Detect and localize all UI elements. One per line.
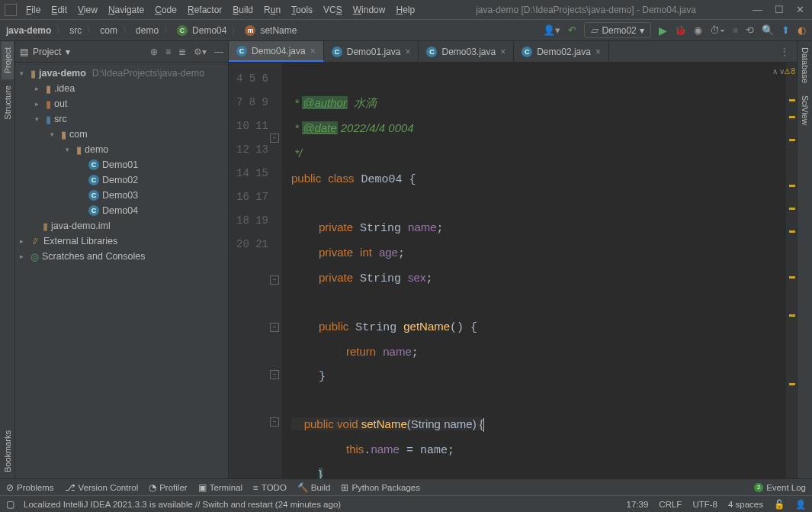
profile-button[interactable]: ⏱▾ — [710, 24, 725, 36]
menu-tools[interactable]: Tools — [287, 3, 317, 17]
tool-event-log[interactable]: 2Event Log — [754, 483, 806, 492]
tool-problems[interactable]: ⊘Problems — [6, 482, 54, 493]
fold-toggle[interactable]: − — [270, 370, 279, 379]
close-icon[interactable]: × — [405, 47, 410, 57]
tool-tab-project[interactable]: Project — [2, 41, 14, 79]
tree-scratches[interactable]: ▸◎ Scratches and Consoles — [15, 249, 228, 264]
prev-highlighted-error-icon[interactable]: ∧ — [772, 67, 778, 76]
tree-demo[interactable]: ▾▮ demo — [15, 142, 228, 157]
tool-terminal[interactable]: ▣Terminal — [198, 482, 242, 493]
expand-all-icon[interactable]: ≡ — [165, 47, 171, 57]
error-stripe[interactable]: ∧∨ ⚠8 — [786, 63, 797, 478]
tree-com[interactable]: ▾▮ com — [15, 127, 228, 142]
warning-marker[interactable] — [789, 116, 795, 118]
menu-code[interactable]: Code — [150, 3, 181, 17]
crumb-com[interactable]: com — [100, 25, 117, 36]
menu-refactor[interactable]: Refactor — [183, 3, 226, 17]
warning-marker[interactable] — [789, 99, 795, 101]
menu-vcs[interactable]: VCS — [319, 3, 347, 17]
stop-button[interactable]: ■ — [733, 25, 738, 36]
run-config-selector[interactable]: ▱ Demo02 ▾ — [584, 22, 650, 38]
warning-marker[interactable] — [789, 230, 795, 233]
tab-demo03[interactable]: C Demo03.java × — [419, 41, 514, 62]
crumb-method[interactable]: setName — [260, 25, 297, 36]
warning-marker[interactable] — [789, 276, 795, 279]
close-icon[interactable]: × — [595, 47, 601, 57]
tab-demo02[interactable]: C Demo02.java × — [514, 41, 609, 62]
status-tool-windows-icon[interactable]: ▢ — [6, 499, 14, 510]
menu-window[interactable]: Window — [348, 3, 390, 17]
ide-features-icon[interactable]: ◐ — [798, 24, 806, 36]
warning-marker[interactable] — [789, 208, 795, 210]
tool-tab-bookmarks[interactable]: Bookmarks — [2, 424, 14, 478]
menu-file[interactable]: File — [21, 3, 45, 17]
warning-marker[interactable] — [789, 383, 795, 385]
run-button[interactable]: ▶ — [659, 24, 667, 37]
tab-demo01[interactable]: C Demo01.java × — [324, 41, 419, 62]
tool-tab-database[interactable]: Database — [799, 41, 811, 89]
select-opened-file-icon[interactable]: ⊕ — [150, 47, 158, 57]
tree-demo03[interactable]: C Demo03 — [15, 188, 228, 203]
fold-toggle[interactable]: − — [270, 417, 279, 427]
tab-actions-icon[interactable]: ⋮ — [772, 41, 797, 62]
close-icon[interactable]: × — [310, 46, 316, 56]
tool-tab-structure[interactable]: Structure — [2, 79, 14, 126]
collapse-all-icon[interactable]: ≣ — [178, 47, 186, 57]
status-widget-icon[interactable]: 👤 — [795, 499, 806, 510]
gear-icon[interactable]: ⚙▾ — [194, 47, 207, 57]
fold-toggle[interactable]: − — [270, 275, 279, 285]
project-tree[interactable]: ▾▮ java-demo D:\IdeaProjects\java-demo ▸… — [15, 63, 228, 478]
tool-version-control[interactable]: ⎇Version Control — [65, 482, 139, 493]
tree-src[interactable]: ▾▮ src — [15, 111, 228, 127]
fold-toggle[interactable]: − — [270, 323, 279, 332]
hide-tool-window-icon[interactable]: — — [214, 47, 223, 57]
status-message[interactable]: Localized IntelliJ IDEA 2021.3.3 is avai… — [24, 500, 341, 509]
tree-iml[interactable]: ▮ java-demo.iml — [15, 218, 228, 233]
menu-run[interactable]: Run — [259, 3, 285, 17]
chevron-down-icon[interactable]: ▾ — [66, 47, 70, 57]
crumb-src[interactable]: src — [69, 25, 82, 36]
crumb-class[interactable]: Demo04 — [192, 25, 226, 36]
editor-gutter[interactable]: 4 5 6 7 8 9 10 11 12 13 14 15 16 17 18 1… — [229, 63, 282, 478]
tool-tab-sciview[interactable]: SciView — [799, 89, 811, 131]
coverage-button[interactable]: ◉ — [694, 24, 702, 36]
inspection-indicator[interactable]: ⚠8 — [784, 67, 795, 76]
tool-build[interactable]: 🔨Build — [297, 482, 331, 493]
tree-root[interactable]: ▾▮ java-demo D:\IdeaProjects\java-demo — [15, 66, 228, 81]
menu-edit[interactable]: Edit — [47, 3, 72, 17]
close-icon[interactable]: × — [500, 47, 505, 57]
crumb-demo[interactable]: demo — [136, 25, 159, 36]
status-line-separator[interactable]: CRLF — [659, 500, 682, 509]
minimize-button[interactable]: — — [753, 4, 762, 15]
status-indent[interactable]: 4 spaces — [728, 500, 763, 509]
tree-idea[interactable]: ▸▮ .idea — [15, 81, 228, 96]
tree-demo02[interactable]: C Demo02 — [15, 172, 228, 188]
debug-button[interactable]: 🐞 — [675, 25, 686, 36]
vcs-update-icon[interactable]: ⟲ — [746, 24, 754, 36]
editor-content[interactable]: * @author 水滴 * @date 2022/4/4 0004 */ pu… — [282, 63, 786, 478]
project-header-label[interactable]: Project — [33, 47, 61, 57]
tool-todo[interactable]: ≡TODO — [253, 483, 287, 492]
readonly-lock-icon[interactable]: 🔓 — [774, 499, 785, 510]
add-user-icon[interactable]: 👤▾ — [543, 24, 560, 36]
tree-demo04[interactable]: C Demo04 — [15, 203, 228, 218]
back-arrow-icon[interactable]: ↶ — [568, 24, 576, 36]
fold-toggle[interactable]: − — [270, 134, 279, 143]
sync-icon[interactable]: ⬆ — [782, 24, 790, 36]
warning-marker[interactable] — [789, 185, 795, 187]
warning-marker[interactable] — [789, 314, 795, 317]
close-button[interactable]: ✕ — [796, 4, 804, 15]
status-encoding[interactable]: UTF-8 — [692, 500, 717, 509]
status-caret-position[interactable]: 17:39 — [627, 500, 649, 509]
menu-view[interactable]: View — [73, 3, 102, 17]
tree-out[interactable]: ▸▮ out — [15, 96, 228, 111]
menu-navigate[interactable]: Navigate — [104, 3, 149, 17]
search-icon[interactable]: 🔍 — [762, 24, 774, 36]
tree-demo01[interactable]: C Demo01 — [15, 157, 228, 172]
crumb-project[interactable]: java-demo — [6, 25, 51, 36]
tab-demo04[interactable]: C Demo04.java × — [229, 41, 324, 62]
tool-python-packages[interactable]: ⊞Python Packages — [341, 482, 420, 493]
tree-external-libraries[interactable]: ▸⫽ External Libraries — [15, 233, 228, 249]
warning-marker[interactable] — [789, 139, 795, 141]
maximize-button[interactable]: ☐ — [775, 4, 784, 15]
